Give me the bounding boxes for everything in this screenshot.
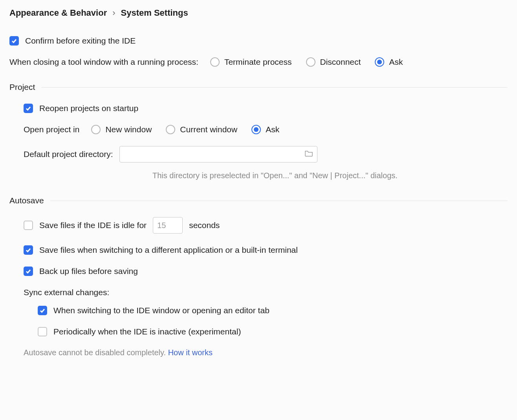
switch-app-checkbox[interactable] — [24, 245, 33, 255]
radio-icon — [166, 125, 175, 134]
project-section-title: Project — [9, 82, 35, 92]
radio-terminate[interactable]: Terminate process — [210, 57, 292, 67]
radio-icon — [251, 125, 261, 134]
reopen-checkbox[interactable] — [24, 104, 33, 113]
idle-seconds-value: 15 — [157, 221, 166, 230]
breadcrumb: Appearance & Behavior › System Settings — [9, 8, 508, 18]
default-dir-input[interactable] — [119, 146, 317, 163]
sync-switch-checkbox[interactable] — [38, 306, 47, 315]
confirm-exit-label: Confirm before exiting the IDE — [25, 36, 136, 46]
open-project-radios: New window Current window Ask — [91, 125, 279, 134]
autosave-section: Autosave Save files if the IDE is idle f… — [9, 196, 508, 357]
autosave-section-header: Autosave — [9, 196, 508, 205]
sync-periodic-checkbox[interactable] — [38, 327, 47, 336]
confirm-exit-row: Confirm before exiting the IDE — [9, 36, 508, 46]
radio-label: Disconnect — [320, 57, 361, 67]
open-project-in-row: Open project in New window Current windo… — [24, 125, 508, 134]
radio-current-window[interactable]: Current window — [166, 125, 237, 134]
default-dir-hint: This directory is preselected in "Open..… — [152, 171, 508, 180]
idle-save-prefix: Save files if the IDE is idle for — [39, 221, 147, 230]
radio-label: Current window — [180, 125, 237, 134]
radio-new-window[interactable]: New window — [91, 125, 152, 134]
radio-label: New window — [105, 125, 152, 134]
chevron-right-icon: › — [112, 8, 115, 18]
radio-label: Ask — [266, 125, 279, 134]
closing-tool-window-row: When closing a tool window with a runnin… — [9, 57, 508, 67]
breadcrumb-parent[interactable]: Appearance & Behavior — [9, 8, 107, 18]
radio-icon — [210, 57, 220, 67]
radio-label: Terminate process — [224, 57, 292, 67]
open-project-in-label: Open project in — [24, 125, 79, 134]
sync-switch-row: When switching to the IDE window or open… — [38, 306, 508, 315]
how-it-works-link[interactable]: How it works — [168, 348, 213, 357]
divider — [41, 87, 508, 88]
sync-periodic-row: Periodically when the IDE is inactive (e… — [38, 327, 508, 336]
default-dir-row: Default project directory: — [24, 146, 508, 163]
idle-save-row: Save files if the IDE is idle for 15 sec… — [24, 217, 508, 234]
divider — [50, 201, 508, 201]
reopen-row: Reopen projects on startup — [24, 104, 508, 113]
idle-save-checkbox[interactable] — [24, 221, 33, 230]
radio-label: Ask — [389, 57, 403, 67]
backup-row: Back up files before saving — [24, 267, 508, 276]
project-section: Project Reopen projects on startup Open … — [9, 82, 508, 180]
backup-checkbox[interactable] — [24, 267, 33, 276]
autosave-section-title: Autosave — [9, 196, 44, 205]
sync-switch-label: When switching to the IDE window or open… — [53, 306, 270, 315]
confirm-exit-checkbox[interactable] — [9, 36, 19, 46]
sync-periodic-label: Periodically when the IDE is inactive (e… — [53, 327, 241, 336]
switch-app-row: Save files when switching to a different… — [24, 245, 508, 255]
switch-app-label: Save files when switching to a different… — [39, 245, 298, 255]
idle-save-suffix: seconds — [189, 221, 220, 230]
folder-icon[interactable] — [304, 150, 313, 159]
radio-icon — [91, 125, 101, 134]
radio-icon — [306, 57, 315, 67]
check-icon — [39, 307, 46, 314]
check-icon — [25, 105, 31, 111]
radio-ask[interactable]: Ask — [375, 57, 403, 67]
radio-icon — [375, 57, 384, 67]
check-icon — [25, 247, 31, 253]
breadcrumb-current: System Settings — [121, 8, 188, 18]
backup-label: Back up files before saving — [39, 267, 138, 276]
closing-tool-window-radios: Terminate process Disconnect Ask — [210, 57, 403, 67]
radio-disconnect[interactable]: Disconnect — [306, 57, 361, 67]
autosave-footnote: Autosave cannot be disabled completely. … — [9, 348, 508, 357]
closing-tool-window-label: When closing a tool window with a runnin… — [9, 57, 198, 67]
sync-label-row: Sync external changes: — [24, 288, 508, 297]
idle-seconds-input[interactable]: 15 — [153, 217, 183, 234]
sync-label: Sync external changes: — [24, 288, 109, 297]
radio-ask-project[interactable]: Ask — [251, 125, 279, 134]
project-section-header: Project — [9, 82, 508, 92]
reopen-label: Reopen projects on startup — [39, 104, 138, 113]
footnote-text: Autosave cannot be disabled completely. — [24, 348, 168, 357]
default-dir-label: Default project directory: — [24, 150, 113, 159]
check-icon — [25, 268, 31, 274]
check-icon — [11, 38, 17, 44]
